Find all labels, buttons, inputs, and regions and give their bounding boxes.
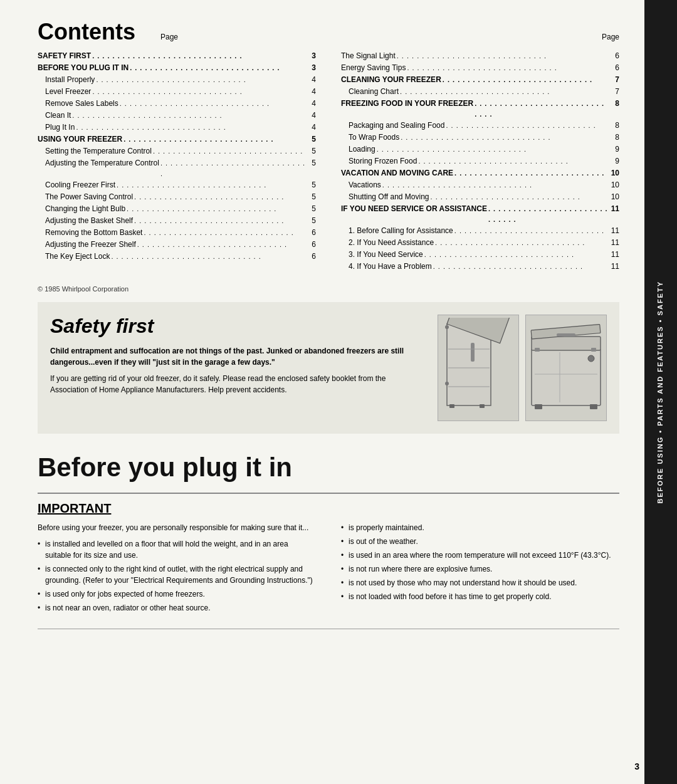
toc-label: Remove Sales Labels: [45, 98, 118, 109]
toc-dots: . . . . . . . . . . . . . . . . . . . . …: [72, 110, 306, 121]
toc-page: 8: [611, 98, 619, 109]
freezer-image-2: [525, 315, 607, 421]
toc-label: The Key Eject Lock: [45, 251, 110, 262]
toc-item: 4. If You Have a Problem. . . . . . . . …: [341, 261, 619, 272]
toc-dots: . . . . . . . . . . . . . . . . . . . . …: [111, 251, 306, 262]
toc-dots: . . . . . . . . . . . . . . . . . . . . …: [454, 168, 609, 179]
toc-label: BEFORE YOU PLUG IT IN: [38, 62, 129, 73]
toc-dots: . . . . . . . . . . . . . . . . . . . . …: [144, 227, 306, 238]
toc-item: The Key Eject Lock. . . . . . . . . . . …: [38, 251, 316, 262]
toc-page: 7: [611, 86, 619, 97]
toc-label: Packaging and Sealing Food: [349, 120, 444, 131]
sidebar: BEFORE USING • PARTS AND FEATURES • SAFE…: [644, 0, 677, 784]
toc-item: Level Freezer. . . . . . . . . . . . . .…: [38, 86, 316, 97]
toc-page: 5: [307, 191, 316, 202]
toc-dots: . . . . . . . . . . . . . . . . . . . . …: [446, 120, 609, 131]
toc-page: 4: [307, 122, 316, 133]
toc-label: Plug It In: [45, 122, 75, 133]
list-item: is not near an oven, radiator or other h…: [38, 602, 316, 614]
svg-rect-20: [591, 348, 596, 352]
toc-page: 6: [307, 251, 316, 262]
toc-dots: . . . . . . . . . . . . . . . . . . . . …: [130, 63, 306, 73]
toc-dots: . . . . . . . . . . . . . . . . . . . . …: [382, 180, 609, 191]
toc-page: 6: [307, 239, 316, 250]
toc-label: Storing Frozen Food: [349, 155, 417, 167]
svg-rect-6: [449, 404, 454, 408]
plug-right-col: is properly maintained.is out of the wea…: [341, 522, 619, 616]
contents-left-col: SAFETY FIRST. . . . . . . . . . . . . . …: [38, 50, 316, 273]
toc-label: Vacations: [349, 179, 381, 191]
separator: [38, 493, 619, 494]
toc-label: Level Freezer: [45, 86, 91, 97]
toc-label: Loading: [349, 144, 375, 155]
toc-label: Changing the Light Bulb: [45, 203, 125, 214]
plug-right-bullets: is properly maintained.is out of the wea…: [341, 522, 619, 602]
toc-page: 4: [307, 74, 316, 85]
toc-item: Clean It. . . . . . . . . . . . . . . . …: [38, 110, 316, 121]
safety-title: Safety first: [50, 315, 425, 338]
page-header-label: Page: [160, 33, 178, 41]
toc-item: SAFETY FIRST. . . . . . . . . . . . . . …: [38, 50, 316, 61]
svg-point-18: [588, 355, 594, 362]
plug-body: Before using your freezer, you are perso…: [38, 522, 619, 616]
toc-page: 10: [611, 191, 619, 202]
svg-rect-2: [471, 343, 475, 362]
page-number: 3: [634, 761, 639, 771]
plug-left-bullets: is installed and levelled on a floor tha…: [38, 538, 316, 614]
contents-table: SAFETY FIRST. . . . . . . . . . . . . . …: [38, 50, 619, 273]
toc-dots: . . . . . . . . . . . . . . . . . . . . …: [76, 122, 306, 133]
toc-item: Loading. . . . . . . . . . . . . . . . .…: [341, 144, 619, 155]
toc-item: IF YOU NEED SERVICE OR ASSISTANCE. . . .…: [341, 203, 619, 224]
toc-dots: . . . . . . . . . . . . . . . . . . . . …: [134, 216, 306, 226]
page-header-label-right: Page: [602, 33, 619, 41]
contents-title: Contents: [38, 19, 135, 45]
toc-dots: . . . . . . . . . . . . . . . . . . . . …: [92, 51, 306, 61]
toc-page: 7: [611, 74, 619, 85]
toc-item: Cleaning Chart. . . . . . . . . . . . . …: [341, 86, 619, 97]
toc-item: The Signal Light. . . . . . . . . . . . …: [341, 50, 619, 61]
toc-label: Adjusting the Basket Shelf: [45, 215, 133, 226]
toc-page: 3: [307, 50, 316, 61]
toc-page: 8: [611, 120, 619, 131]
toc-label: CLEANING YOUR FREEZER: [341, 74, 441, 85]
toc-label: The Signal Light: [341, 50, 396, 61]
toc-label: VACATION AND MOVING CARE: [341, 167, 453, 179]
svg-point-8: [445, 325, 449, 329]
toc-label: 4. If You Have a Problem: [349, 261, 432, 272]
toc-page: 11: [611, 203, 619, 214]
toc-item: Adjusting the Temperature Control. . . .…: [38, 157, 316, 179]
toc-dots: . . . . . . . . . . . . . . . . . . . . …: [407, 63, 609, 73]
toc-item: CLEANING YOUR FREEZER. . . . . . . . . .…: [341, 74, 619, 85]
toc-label: To Wrap Foods: [349, 132, 399, 143]
toc-dots: . . . . . . . . . . . . . . . . . . . . …: [475, 98, 609, 119]
toc-item: Setting the Temperature Control. . . . .…: [38, 145, 316, 157]
toc-item: 3. If You Need Service. . . . . . . . . …: [341, 249, 619, 260]
list-item: is not run where there are explosive fum…: [341, 563, 619, 575]
toc-label: USING YOUR FREEZER: [38, 133, 122, 145]
toc-item: Changing the Light Bulb. . . . . . . . .…: [38, 203, 316, 214]
toc-label: 2. If You Need Assistance: [349, 237, 434, 248]
toc-label: Setting the Temperature Control: [45, 145, 152, 157]
toc-label: Clean It: [45, 110, 71, 121]
toc-item: Removing the Bottom Basket. . . . . . . …: [38, 227, 316, 238]
toc-item: Energy Saving Tips. . . . . . . . . . . …: [341, 62, 619, 73]
toc-page: 4: [307, 86, 316, 97]
contents-right-col: The Signal Light. . . . . . . . . . . . …: [341, 50, 619, 273]
plug-intro: Before using your freezer, you are perso…: [38, 522, 316, 533]
toc-page: 11: [611, 237, 619, 248]
svg-rect-17: [590, 404, 597, 409]
toc-page: 9: [611, 144, 619, 155]
toc-item: Vacations. . . . . . . . . . . . . . . .…: [341, 179, 619, 191]
toc-dots: . . . . . . . . . . . . . . . . . . . . …: [137, 239, 306, 250]
toc-dots: . . . . . . . . . . . . . . . . . . . . …: [431, 192, 609, 202]
toc-page: 5: [307, 133, 316, 145]
toc-label: 1. Before Calling for Assistance: [349, 225, 453, 236]
toc-dots: . . . . . . . . . . . . . . . . . . . . …: [120, 98, 306, 109]
plug-section: Before you plug it in IMPORTANT Before u…: [38, 452, 619, 616]
toc-item: To Wrap Foods. . . . . . . . . . . . . .…: [341, 132, 619, 143]
toc-label: Cooling Freezer First: [45, 179, 115, 191]
toc-dots: . . . . . . . . . . . . . . . . . . . . …: [123, 134, 306, 145]
toc-label: FREEZING FOOD IN YOUR FREEZER: [341, 98, 473, 109]
toc-item: VACATION AND MOVING CARE. . . . . . . . …: [341, 167, 619, 179]
toc-item: Remove Sales Labels. . . . . . . . . . .…: [38, 98, 316, 109]
